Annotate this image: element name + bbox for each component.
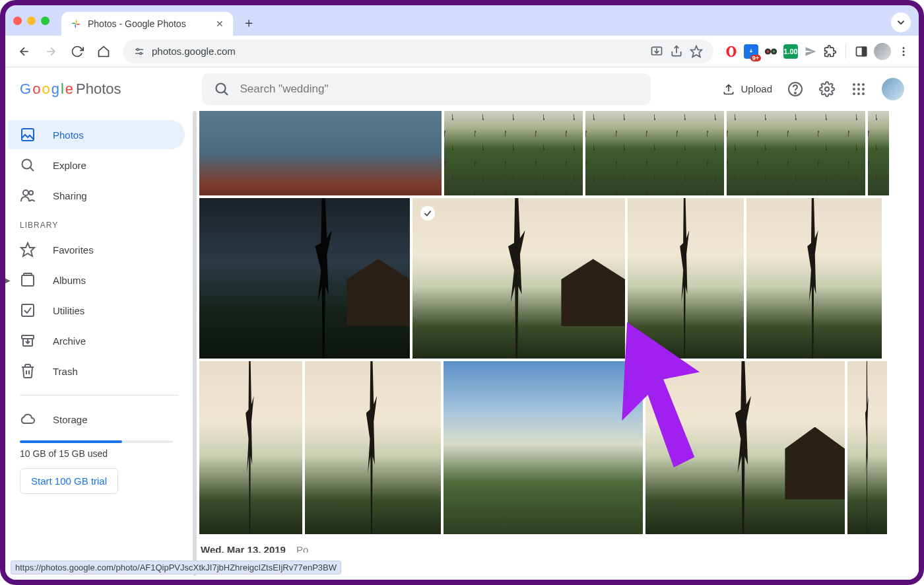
extensions-row: 9+ 1.00 xyxy=(724,43,911,60)
window-zoom-button[interactable] xyxy=(41,17,50,25)
extension-badge-text: 1.00 xyxy=(783,48,797,55)
photo-thumbnail[interactable] xyxy=(444,361,643,534)
photo-thumbnail[interactable] xyxy=(847,361,887,534)
arrow-right-icon xyxy=(44,45,57,58)
tab-search-button[interactable] xyxy=(891,13,911,32)
people-icon xyxy=(20,188,36,203)
sidebar-item-utilities[interactable]: Utilities xyxy=(8,296,185,325)
new-tab-button[interactable]: ＋ xyxy=(240,13,258,32)
account-avatar[interactable] xyxy=(882,78,904,100)
chrome-profile-avatar[interactable] xyxy=(874,43,891,60)
extension-glasses-icon[interactable] xyxy=(764,44,778,59)
extensions-menu-button[interactable] xyxy=(823,44,838,59)
svg-rect-46 xyxy=(22,304,34,316)
photo-thumbnail[interactable] xyxy=(585,111,724,195)
utilities-icon xyxy=(20,302,36,318)
side-panel-button[interactable] xyxy=(854,44,869,59)
photo-thumbnail-hovered[interactable] xyxy=(412,198,625,359)
window-minimize-button[interactable] xyxy=(27,17,36,25)
sidebar-item-storage[interactable]: Storage xyxy=(8,405,185,434)
svg-rect-38 xyxy=(22,129,34,141)
star-icon xyxy=(20,242,36,258)
sidebar-item-explore[interactable]: Explore xyxy=(8,151,185,180)
photo-thumbnail[interactable] xyxy=(727,111,865,195)
window-close-button[interactable] xyxy=(13,17,22,25)
nav-forward-button[interactable] xyxy=(40,40,62,63)
photo-thumbnail[interactable] xyxy=(444,111,583,195)
install-app-icon[interactable] xyxy=(650,45,663,58)
sidebar-item-label: Sharing xyxy=(53,190,87,201)
share-icon[interactable] xyxy=(670,45,683,58)
apps-grid-icon xyxy=(851,81,867,97)
nav-back-button[interactable] xyxy=(13,40,36,63)
svg-point-37 xyxy=(862,92,865,95)
sidepanel-icon xyxy=(855,45,868,58)
extension-opera-icon[interactable] xyxy=(724,44,739,59)
svg-point-16 xyxy=(773,50,776,53)
svg-point-34 xyxy=(862,88,865,90)
help-button[interactable] xyxy=(787,81,804,98)
sidebar-item-albums[interactable]: ▶ Albums xyxy=(8,265,185,294)
sidebar-item-trash[interactable]: Trash xyxy=(8,357,185,386)
svg-point-35 xyxy=(853,92,855,95)
sidebar-item-photos[interactable]: Photos xyxy=(8,120,185,149)
opera-icon xyxy=(725,45,738,58)
sidebar-item-label: Utilities xyxy=(53,305,84,316)
search-icon xyxy=(20,157,36,173)
site-settings-button[interactable] xyxy=(133,46,145,57)
extension-green-badge-icon[interactable]: 1.00 xyxy=(783,44,798,59)
svg-point-36 xyxy=(857,92,860,95)
svg-point-21 xyxy=(903,50,905,52)
puzzle-icon xyxy=(824,45,837,58)
sidebar-section-library: LIBRARY xyxy=(8,211,185,234)
upload-label: Upload xyxy=(741,83,772,94)
help-icon xyxy=(787,81,803,97)
storage-progress-bar xyxy=(20,440,173,443)
bookmark-star-icon[interactable] xyxy=(690,45,703,58)
sidebar-item-sharing[interactable]: Sharing xyxy=(8,181,185,210)
extension-idm-icon[interactable]: 9+ xyxy=(744,44,758,59)
photo-thumbnail[interactable] xyxy=(199,111,442,195)
photo-thumbnail[interactable] xyxy=(199,198,410,359)
svg-point-20 xyxy=(903,47,905,49)
google-photos-logo[interactable]: Google Photos xyxy=(20,81,121,98)
sidebar-item-label: Albums xyxy=(53,275,86,286)
nav-reload-button[interactable] xyxy=(66,40,88,63)
location-hint: Po xyxy=(296,544,308,553)
sidebar: Photos Explore Sharing LIBRARY Favorites… xyxy=(5,111,191,580)
upload-button[interactable]: Upload xyxy=(722,83,772,96)
storage-usage-text: 10 GB of 15 GB used xyxy=(8,448,185,468)
photo-icon xyxy=(20,127,36,143)
browser-tab[interactable]: Photos - Google Photos ✕ xyxy=(61,12,233,36)
google-photos-app: Google Photos Upload xyxy=(5,67,919,580)
sidebar-item-favorites[interactable]: Favorites xyxy=(8,235,185,264)
photo-thumbnail[interactable] xyxy=(199,361,302,534)
sidebar-item-archive[interactable]: Archive xyxy=(8,326,185,355)
home-icon xyxy=(97,45,110,58)
photo-grid: Wed, Mar 13, 2019 Po xyxy=(191,111,919,580)
photo-date-header: Wed, Mar 13, 2019 Po xyxy=(199,537,913,553)
google-apps-button[interactable] xyxy=(850,81,867,98)
nav-home-button[interactable] xyxy=(92,40,115,63)
photo-select-checkbox[interactable] xyxy=(420,206,435,221)
browser-tabstrip: Photos - Google Photos ✕ ＋ xyxy=(5,5,919,36)
kebab-icon xyxy=(898,46,909,57)
chrome-menu-button[interactable] xyxy=(896,44,911,59)
storage-trial-button[interactable]: Start 100 GB trial xyxy=(20,468,118,494)
trash-icon xyxy=(20,363,36,379)
photo-thumbnail[interactable] xyxy=(305,361,441,534)
photo-thumbnail[interactable] xyxy=(746,198,882,359)
arrow-left-icon xyxy=(18,45,31,58)
extension-paper-plane-icon[interactable] xyxy=(803,44,818,59)
tab-close-button[interactable]: ✕ xyxy=(216,18,224,29)
search-input[interactable] xyxy=(240,83,639,96)
search-bar[interactable] xyxy=(202,73,651,105)
photo-thumbnail[interactable] xyxy=(645,361,845,534)
app-header: Google Photos Upload xyxy=(5,67,919,111)
photo-thumbnail[interactable] xyxy=(628,198,744,359)
chevron-right-icon: ▶ xyxy=(5,277,11,284)
photo-thumbnail[interactable] xyxy=(868,111,889,195)
settings-button[interactable] xyxy=(818,81,836,98)
sidebar-item-label: Storage xyxy=(53,414,88,425)
address-bar[interactable]: photos.google.com xyxy=(123,40,713,63)
